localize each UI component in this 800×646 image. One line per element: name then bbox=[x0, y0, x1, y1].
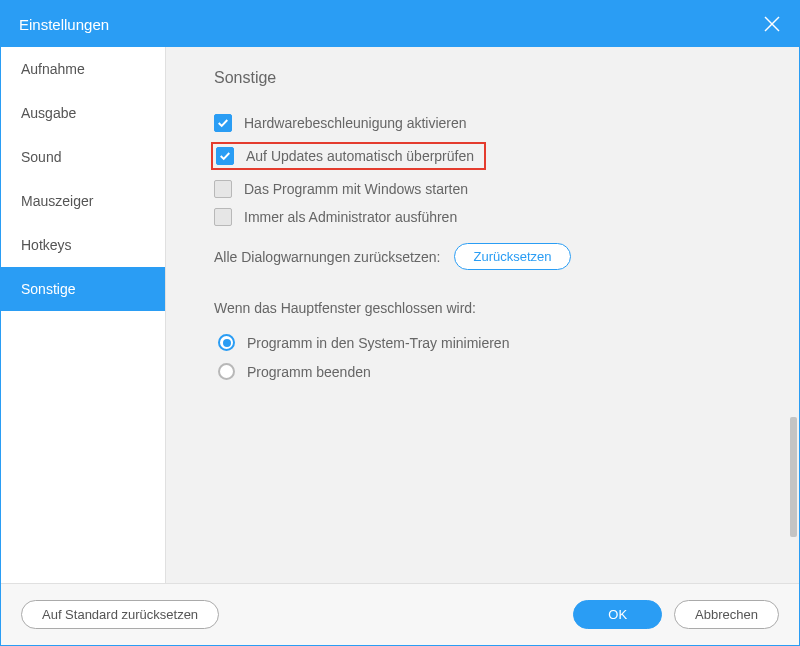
sidebar-item-ausgabe[interactable]: Ausgabe bbox=[1, 91, 165, 135]
settings-window: Einstellungen Aufnahme Ausgabe Sound Mau… bbox=[0, 0, 800, 646]
radio-row-minimize-tray: Programm in den System-Tray minimieren bbox=[214, 328, 767, 357]
sidebar-item-label: Hotkeys bbox=[21, 237, 72, 253]
section-title: Sonstige bbox=[214, 69, 767, 87]
option-label: Das Programm mit Windows starten bbox=[244, 181, 468, 197]
sidebar-item-sound[interactable]: Sound bbox=[1, 135, 165, 179]
reset-defaults-button[interactable]: Auf Standard zurücksetzen bbox=[21, 600, 219, 629]
window-title: Einstellungen bbox=[19, 16, 109, 33]
reset-dialogs-row: Alle Dialogwarnungen zurücksetzen: Zurüc… bbox=[214, 243, 767, 270]
radio-label: Programm beenden bbox=[247, 364, 371, 380]
sidebar-item-sonstige[interactable]: Sonstige bbox=[1, 267, 165, 311]
option-label: Hardwarebeschleunigung aktivieren bbox=[244, 115, 467, 131]
sidebar-item-label: Sound bbox=[21, 149, 61, 165]
sidebar-item-label: Ausgabe bbox=[21, 105, 76, 121]
sidebar-item-label: Sonstige bbox=[21, 281, 75, 297]
sidebar-item-aufnahme[interactable]: Aufnahme bbox=[1, 47, 165, 91]
scrollbar-thumb[interactable] bbox=[790, 417, 797, 537]
option-auto-updates: Auf Updates automatisch überprüfen bbox=[214, 137, 767, 175]
footer: Auf Standard zurücksetzen OK Abbrechen bbox=[1, 583, 799, 645]
ok-button[interactable]: OK bbox=[573, 600, 662, 629]
sidebar: Aufnahme Ausgabe Sound Mauszeiger Hotkey… bbox=[1, 47, 166, 583]
sidebar-item-mauszeiger[interactable]: Mauszeiger bbox=[1, 179, 165, 223]
radio-row-exit: Programm beenden bbox=[214, 357, 767, 386]
sidebar-item-label: Aufnahme bbox=[21, 61, 85, 77]
radio-minimize-tray[interactable] bbox=[218, 334, 235, 351]
close-behavior-heading: Wenn das Hauptfenster geschlossen wird: bbox=[214, 300, 767, 316]
highlight-box: Auf Updates automatisch überprüfen bbox=[211, 142, 486, 170]
option-label: Immer als Administrator ausführen bbox=[244, 209, 457, 225]
option-label: Auf Updates automatisch überprüfen bbox=[246, 148, 474, 164]
cancel-button[interactable]: Abbrechen bbox=[674, 600, 779, 629]
option-start-with-windows: Das Programm mit Windows starten bbox=[214, 175, 767, 203]
checkbox-run-as-admin[interactable] bbox=[214, 208, 232, 226]
sidebar-item-hotkeys[interactable]: Hotkeys bbox=[1, 223, 165, 267]
close-icon[interactable] bbox=[763, 15, 781, 33]
option-hardware-accel: Hardwarebeschleunigung aktivieren bbox=[214, 109, 767, 137]
radio-exit-program[interactable] bbox=[218, 363, 235, 380]
content-panel: Sonstige Hardwarebeschleunigung aktivier… bbox=[166, 47, 799, 583]
reset-dialogs-label: Alle Dialogwarnungen zurücksetzen: bbox=[214, 249, 440, 265]
body: Aufnahme Ausgabe Sound Mauszeiger Hotkey… bbox=[1, 47, 799, 583]
checkbox-start-with-windows[interactable] bbox=[214, 180, 232, 198]
reset-dialogs-button[interactable]: Zurücksetzen bbox=[454, 243, 570, 270]
option-run-as-admin: Immer als Administrator ausführen bbox=[214, 203, 767, 231]
titlebar: Einstellungen bbox=[1, 1, 799, 47]
radio-label: Programm in den System-Tray minimieren bbox=[247, 335, 509, 351]
checkbox-auto-updates[interactable] bbox=[216, 147, 234, 165]
checkbox-hardware-accel[interactable] bbox=[214, 114, 232, 132]
sidebar-item-label: Mauszeiger bbox=[21, 193, 93, 209]
